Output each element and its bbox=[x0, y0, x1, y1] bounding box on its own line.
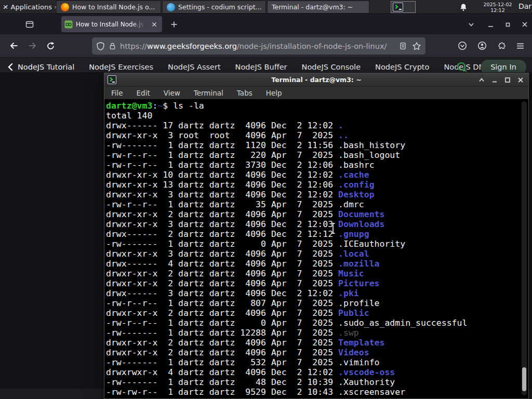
terminal-line: drwxr-xr-x 2 dartz dartz 4096 Apr 7 2025… bbox=[106, 209, 528, 219]
clock-date: 2025-12-02 bbox=[483, 2, 512, 7]
terminal-minimize-button[interactable] bbox=[490, 75, 499, 85]
taskbar-window-button[interactable]: Settings - codium script... bbox=[162, 1, 266, 14]
terminal-scrollbar-thumb[interactable] bbox=[522, 367, 526, 391]
terminal-line: drwxr-xr-x 2 dartz dartz 4096 Apr 7 2025… bbox=[106, 308, 528, 318]
terminal-line: drwxr-xr-x 3 dartz dartz 4096 Dec 2 12:0… bbox=[106, 190, 528, 200]
session-user-menu[interactable]: Dartz bbox=[518, 2, 532, 10]
terminal-line: -rw-r--r-- 1 dartz dartz 807 Apr 7 2025 … bbox=[106, 298, 528, 308]
subnav-link[interactable]: NodeJS Exercises bbox=[89, 63, 153, 71]
file-name: .xscreensaver bbox=[338, 387, 405, 397]
url-scheme: https:// bbox=[120, 42, 147, 50]
url-bar[interactable]: https://www.geeksforgeeks.org/node-js/in… bbox=[92, 37, 425, 55]
terminal-menu-item[interactable]: View bbox=[164, 89, 180, 97]
file-name: .profile bbox=[338, 298, 379, 308]
app-icon bbox=[167, 3, 175, 11]
forward-button[interactable] bbox=[24, 38, 40, 54]
firefox-view-button[interactable] bbox=[23, 18, 36, 31]
terminal-line: drwxr-xr-x 10 dartz dartz 4096 Dec 2 12:… bbox=[106, 170, 528, 180]
subnav-link[interactable]: NodeJS Console bbox=[302, 63, 361, 71]
window-button-label: Terminal - dartz@vm3: ~ bbox=[272, 3, 353, 11]
terminal-close-button[interactable] bbox=[516, 75, 525, 85]
top-panel: Applications How to Install Node.js o...… bbox=[0, 0, 532, 14]
terminal-menu-item[interactable]: Tabs bbox=[237, 89, 252, 97]
browser-maximize-button[interactable] bbox=[501, 19, 514, 30]
subnav-link[interactable]: NodeJS Tutorial bbox=[18, 63, 74, 71]
pocket-button[interactable] bbox=[455, 38, 470, 54]
taskbar-window-button[interactable]: How to Install Node.js o... bbox=[56, 1, 161, 14]
terminal-scrollbar[interactable] bbox=[522, 101, 527, 395]
new-tab-button[interactable] bbox=[168, 19, 180, 30]
file-attributes: drwxr-xr-x 10 dartz dartz 4096 Dec 2 12:… bbox=[106, 170, 338, 180]
file-name: .Xauthority bbox=[338, 377, 395, 387]
file-name: .pki bbox=[338, 288, 359, 298]
terminal-line: drwxr-xr-x 2 dartz dartz 4096 Apr 7 2025… bbox=[106, 338, 528, 348]
file-attributes: -rw-r--r-- 1 dartz dartz 0 Apr 7 2025 bbox=[106, 318, 338, 328]
file-attributes: drwxr-xr-x 2 dartz dartz 4096 Apr 7 2025 bbox=[106, 278, 338, 288]
star-icon[interactable] bbox=[412, 42, 421, 51]
file-attributes: drwxrwxr-x 4 dartz dartz 4096 Dec 2 12:0… bbox=[106, 367, 338, 377]
file-attributes: drwxr-xr-x 2 dartz dartz 4096 Apr 7 2025 bbox=[106, 269, 338, 278]
tab-bar: How to Install Node.js on bbox=[0, 14, 532, 34]
prompt-path: ~ bbox=[157, 101, 163, 111]
extensions-puzzle-icon bbox=[497, 42, 506, 50]
terminal-titlebar[interactable]: Terminal - dartz@vm3: ~ bbox=[104, 73, 528, 87]
file-attributes: -rw-r--r-- 1 dartz dartz 3730 Dec 2 12:0… bbox=[106, 160, 338, 170]
terminal-maximize-button[interactable] bbox=[503, 75, 512, 85]
browser-close-button[interactable] bbox=[518, 19, 531, 30]
file-attributes: drwxr-xr-x 2 dartz dartz 4096 Apr 7 2025 bbox=[106, 308, 338, 318]
terminal-line: -rw-r--r-- 1 dartz dartz 0 Apr 7 2025 .s… bbox=[106, 318, 528, 328]
panel-clock[interactable]: 2025-12-02 12:12 bbox=[479, 1, 516, 14]
terminal-line: drwx------ 4 dartz dartz 4096 Apr 7 2025… bbox=[106, 259, 528, 269]
prompt-user-host: dartz@vm3 bbox=[106, 101, 152, 111]
file-attributes: -rw------- 1 dartz dartz 48 Dec 2 10:39 bbox=[106, 377, 338, 387]
terminal-menu-item[interactable]: Edit bbox=[137, 89, 150, 97]
file-attributes: drwxr-xr-x 2 dartz dartz 4096 Apr 7 2025 bbox=[106, 338, 338, 348]
tab-title: How to Install Node.js on bbox=[76, 21, 147, 28]
shield-icon[interactable] bbox=[96, 42, 105, 51]
file-name: .bash_logout bbox=[338, 150, 400, 160]
account-button[interactable] bbox=[474, 38, 490, 54]
file-name: .ICEauthority bbox=[338, 239, 405, 249]
lock-icon[interactable] bbox=[109, 42, 116, 50]
terminal-listing: drwx------ 17 dartz dartz 4096 Dec 2 12:… bbox=[106, 121, 528, 397]
file-name: .config bbox=[338, 180, 375, 190]
back-button[interactable] bbox=[6, 38, 22, 54]
file-attributes: drwxr-xr-x 3 dartz dartz 4096 Apr 7 2025 bbox=[106, 249, 338, 259]
subnav-link[interactable]: NodeJS Buffer bbox=[235, 63, 287, 71]
workspace-pager[interactable] bbox=[391, 1, 416, 13]
search-icon[interactable] bbox=[456, 61, 468, 73]
reload-button[interactable] bbox=[43, 38, 58, 54]
file-attributes: drwx------ 17 dartz dartz 4096 Dec 2 12:… bbox=[106, 121, 338, 130]
browser-minimize-button[interactable] bbox=[484, 19, 497, 30]
bell-icon[interactable] bbox=[459, 3, 468, 11]
terminal-menu-item[interactable]: File bbox=[111, 89, 123, 97]
minimize-icon bbox=[487, 21, 494, 28]
chevron-down-icon bbox=[468, 21, 475, 28]
list-all-tabs-button[interactable] bbox=[466, 19, 477, 30]
extensions-button[interactable] bbox=[494, 38, 509, 54]
terminal-shade-button[interactable] bbox=[477, 75, 486, 85]
shade-icon bbox=[478, 77, 485, 83]
clock-time: 12:12 bbox=[490, 7, 504, 13]
subnav-link[interactable]: NodeJS Crypto bbox=[375, 63, 429, 71]
terminal-menu-item[interactable]: Help bbox=[266, 89, 282, 97]
file-name: .bash_history bbox=[338, 140, 405, 150]
browser-tab[interactable]: How to Install Node.js on bbox=[61, 16, 162, 32]
back-arrow-icon bbox=[9, 42, 19, 50]
terminal-menu-item[interactable]: Terminal bbox=[194, 89, 223, 97]
file-name: Documents bbox=[338, 209, 384, 219]
chevron-left-icon[interactable] bbox=[7, 63, 14, 71]
app-menu-button[interactable] bbox=[512, 38, 528, 54]
navigation-toolbar: https://www.geeksforgeeks.org/node-js/in… bbox=[0, 34, 532, 58]
taskbar-window-button[interactable]: Terminal - dartz@vm3: ~ bbox=[267, 1, 369, 14]
xfce-logo-icon bbox=[3, 3, 8, 11]
subnav-link[interactable]: NodeJS Assert bbox=[168, 63, 221, 71]
file-attributes: -rw------- 1 dartz dartz 1120 Dec 2 11:5… bbox=[106, 140, 338, 150]
close-icon bbox=[517, 77, 524, 83]
url-input[interactable]: https://www.geeksforgeeks.org/node-js/in… bbox=[120, 42, 395, 50]
terminal-line: -rw-r--r-- 1 dartz dartz 3730 Dec 2 12:0… bbox=[106, 160, 528, 170]
applications-menu[interactable]: Applications bbox=[0, 0, 57, 14]
tab-close-button[interactable] bbox=[150, 20, 159, 29]
reader-mode-icon[interactable] bbox=[399, 42, 407, 50]
terminal-line: drwxrwxr-x 4 dartz dartz 4096 Dec 2 12:0… bbox=[106, 367, 528, 377]
